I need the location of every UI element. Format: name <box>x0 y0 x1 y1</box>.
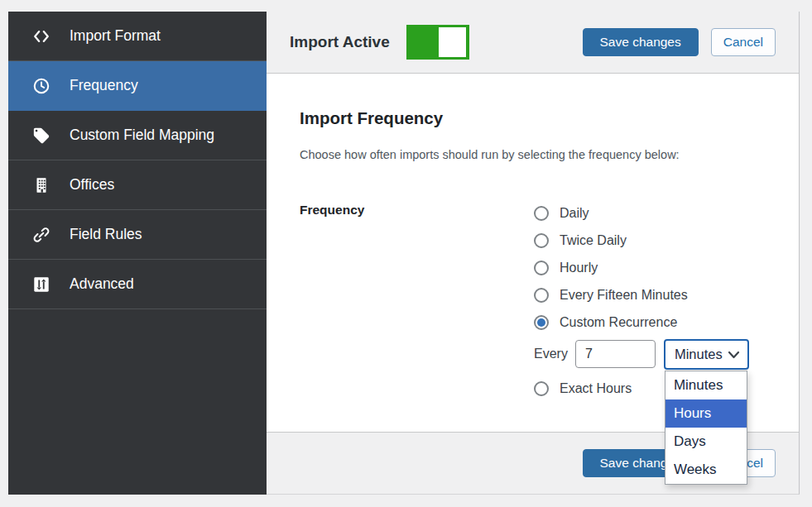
frequency-field-label: Frequency <box>300 203 364 218</box>
frequency-options-group: Daily Twice Daily Hourly Every Fifteen M… <box>534 199 749 402</box>
interval-input[interactable] <box>575 340 656 368</box>
import-active-toggle[interactable] <box>406 25 469 60</box>
sidebar-item-label: Field Rules <box>70 226 142 243</box>
chevron-down-icon <box>728 347 740 362</box>
sidebar-item-label: Custom Field Mapping <box>70 127 214 144</box>
every-label: Every <box>534 347 568 361</box>
sidebar-item-label: Offices <box>70 176 114 194</box>
main-panel: Import Active Save changes Cancel Import… <box>267 12 800 495</box>
unit-select-value: Minutes <box>675 347 723 362</box>
tag-icon <box>31 127 51 145</box>
radio-option-custom-recurrence[interactable]: Custom Recurrence <box>534 309 749 336</box>
building-icon <box>31 176 51 194</box>
dropdown-option-hours[interactable]: Hours <box>665 399 747 428</box>
radio-icon[interactable] <box>534 381 549 396</box>
frequency-settings-section: Import Frequency Choose how often import… <box>267 74 799 432</box>
radio-option-twice-daily[interactable]: Twice Daily <box>534 227 749 254</box>
radio-icon[interactable] <box>534 288 549 303</box>
dropdown-option-days[interactable]: Days <box>665 428 747 456</box>
dropdown-option-minutes[interactable]: Minutes <box>665 371 747 399</box>
sidebar-item-frequency[interactable]: Frequency <box>8 61 267 111</box>
sidebar-item-offices[interactable]: Offices <box>8 160 267 210</box>
sidebar-item-custom-field-mapping[interactable]: Custom Field Mapping <box>8 111 267 160</box>
sidebar-item-label: Frequency <box>70 77 138 94</box>
settings-page: Import Format Frequency Custom Field Map… <box>0 0 812 507</box>
radio-icon[interactable] <box>534 206 549 221</box>
page-description: Choose how often imports should run by s… <box>300 148 680 161</box>
unit-select[interactable]: Minutes <box>664 339 749 370</box>
code-icon <box>31 27 51 45</box>
sidebar-item-import-format[interactable]: Import Format <box>8 12 267 61</box>
import-active-label: Import Active <box>290 33 390 51</box>
clock-icon <box>31 77 51 95</box>
radio-label: Twice Daily <box>560 233 627 248</box>
top-action-bar: Import Active Save changes Cancel <box>267 12 799 74</box>
radio-option-hourly[interactable]: Hourly <box>534 254 749 281</box>
sidebar-item-field-rules[interactable]: Field Rules <box>8 210 267 260</box>
sidebar-item-label: Advanced <box>70 275 134 293</box>
radio-icon[interactable] <box>534 261 549 275</box>
radio-label: Exact Hours <box>560 381 632 396</box>
radio-label: Custom Recurrence <box>560 315 677 330</box>
sliders-icon <box>31 275 51 294</box>
save-changes-button[interactable]: Save changes <box>583 28 699 56</box>
dropdown-option-weeks[interactable]: Weeks <box>665 456 747 484</box>
radio-option-every-fifteen-minutes[interactable]: Every Fifteen Minutes <box>534 281 749 309</box>
unit-dropdown: Minutes Hours Days Weeks <box>665 371 747 485</box>
radio-label: Hourly <box>560 261 598 275</box>
toggle-knob <box>439 27 466 57</box>
radio-option-daily[interactable]: Daily <box>534 199 749 227</box>
radio-label: Every Fifteen Minutes <box>560 288 688 303</box>
sidebar-item-label: Import Format <box>70 27 161 45</box>
unit-select-wrap: Minutes Minutes Hours Days Weeks <box>664 339 749 370</box>
radio-label: Daily <box>560 206 589 221</box>
page-title: Import Frequency <box>300 108 443 128</box>
radio-icon-selected[interactable] <box>534 315 549 330</box>
sidebar-item-advanced[interactable]: Advanced <box>8 260 267 309</box>
custom-recurrence-row: Every Minutes Minutes Hours <box>534 338 749 370</box>
sidebar: Import Format Frequency Custom Field Map… <box>8 12 267 495</box>
link-icon <box>31 226 51 244</box>
cancel-button[interactable]: Cancel <box>711 28 776 56</box>
settings-card: Import Format Frequency Custom Field Map… <box>8 12 800 495</box>
radio-icon[interactable] <box>534 233 549 248</box>
